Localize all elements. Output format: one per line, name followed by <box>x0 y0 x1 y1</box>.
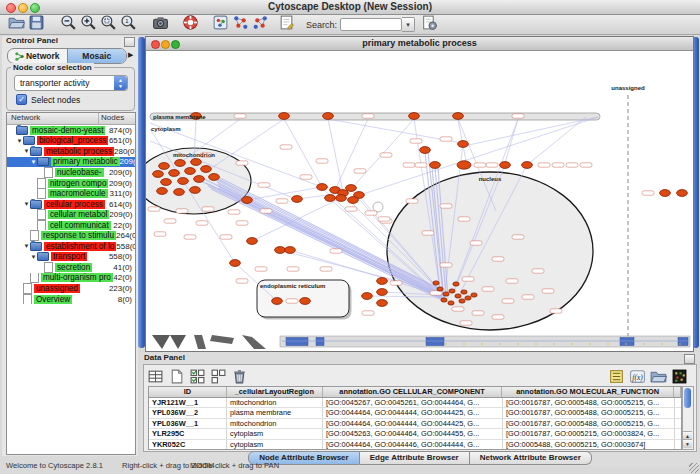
formula-builder-icon[interactable]: f(x) <box>629 368 646 385</box>
attribute-table-icon[interactable] <box>147 368 164 385</box>
tree-row[interactable]: secretion41(0) <box>7 262 135 273</box>
tree-row[interactable]: unassigned223(0) <box>7 283 135 294</box>
select-attributes-icon[interactable] <box>189 368 206 385</box>
annotation-icon[interactable] <box>278 14 295 31</box>
gene-node[interactable] <box>437 287 443 291</box>
gene-node[interactable] <box>420 147 431 154</box>
gene-node[interactable] <box>272 298 283 305</box>
titlebar[interactable]: Cytoscape Desktop (New Session) <box>0 0 700 15</box>
gene-node[interactable] <box>377 289 388 296</box>
table-scrollbar-thumb[interactable] <box>684 388 691 408</box>
gene-node[interactable] <box>409 113 420 120</box>
tab-overflow-arrow[interactable]: ▶ <box>128 51 133 59</box>
gene-node[interactable] <box>285 247 296 254</box>
gene-node[interactable] <box>159 163 170 170</box>
gene-node[interactable] <box>336 195 347 202</box>
gene-node[interactable] <box>185 168 196 175</box>
gene-node[interactable] <box>191 159 202 166</box>
gene-node[interactable] <box>325 195 336 202</box>
layout-b-icon[interactable] <box>252 14 269 31</box>
unselect-attributes-icon[interactable] <box>210 368 227 385</box>
gene-node[interactable] <box>377 300 388 307</box>
gene-node[interactable] <box>500 162 511 169</box>
tree-row[interactable]: ▼metabolic process280(0) <box>7 146 135 157</box>
save-session-icon[interactable] <box>28 14 45 31</box>
gene-node[interactable] <box>153 171 164 178</box>
left-scrollbar[interactable] <box>138 37 145 348</box>
gene-node[interactable] <box>201 166 212 173</box>
tree-row[interactable]: response to stimulu264(0) <box>7 230 135 241</box>
gene-node[interactable] <box>449 289 455 293</box>
gene-node[interactable] <box>522 162 533 169</box>
tab-mosaic[interactable]: Mosaic <box>67 49 127 63</box>
gene-node[interactable] <box>453 113 464 120</box>
gene-node[interactable] <box>471 293 477 297</box>
color-attribute-dropdown[interactable]: transporter activity ▲▼ <box>14 75 128 91</box>
gene-node[interactable] <box>175 160 186 167</box>
gene-node[interactable] <box>292 196 303 203</box>
gene-node[interactable] <box>348 197 359 204</box>
tree-row[interactable]: nucleobase-209(0) <box>7 167 135 178</box>
gene-node[interactable] <box>465 296 471 300</box>
plugin-manager-icon[interactable] <box>421 14 438 31</box>
column-header[interactable]: annotation.GO CELLULAR_COMPONENT <box>323 387 503 397</box>
gene-node[interactable] <box>161 179 172 186</box>
gene-node[interactable] <box>323 113 334 120</box>
gene-node[interactable] <box>461 290 467 294</box>
column-header[interactable]: annotation.GO MOLECULAR_FUNCTION <box>502 387 674 397</box>
gene-node[interactable] <box>430 162 441 169</box>
gene-node[interactable] <box>433 281 439 285</box>
zoom-in-icon[interactable] <box>80 14 97 31</box>
matrix-view-icon[interactable] <box>671 368 688 385</box>
search-dropdown-icon[interactable]: ▾ <box>402 17 415 32</box>
layout-a-icon[interactable] <box>232 14 249 31</box>
gene-node[interactable] <box>242 197 253 204</box>
gene-node[interactable] <box>346 185 357 192</box>
table-scrollbar[interactable]: ▲ ▼ <box>682 386 694 450</box>
gene-node[interactable] <box>453 282 459 286</box>
zoom-selected-icon[interactable] <box>100 14 117 31</box>
gene-node[interactable] <box>169 170 180 177</box>
gene-node[interactable] <box>660 190 671 197</box>
float-panel-icon[interactable] <box>124 37 135 47</box>
disclosure-triangle-icon[interactable]: ▼ <box>23 148 30 154</box>
gene-node[interactable] <box>455 294 461 298</box>
disclosure-triangle-icon[interactable]: ▼ <box>23 201 30 207</box>
tree-row[interactable]: ▼transport558(0) <box>7 252 135 263</box>
gene-node[interactable] <box>458 141 469 148</box>
gene-node[interactable] <box>457 161 471 169</box>
open-session-icon[interactable] <box>8 14 25 31</box>
gene-node[interactable] <box>377 278 388 285</box>
vizmapper-icon[interactable] <box>212 14 229 31</box>
table-row[interactable]: YPL036W__1mitochondrion[GO:0044464, GO:0… <box>149 419 681 429</box>
gene-node[interactable] <box>300 298 311 305</box>
column-header[interactable]: ID <box>149 387 227 397</box>
gene-node[interactable] <box>174 189 185 196</box>
tab-network[interactable]: Network <box>8 49 67 63</box>
table-row[interactable]: YLR295Ccytoplasm[GO:0045263, GO:0044464,… <box>149 429 681 439</box>
tree-row[interactable]: ▼primary metabolic209(... <box>7 157 135 168</box>
gene-node[interactable] <box>190 187 201 194</box>
resize-grip[interactable] <box>689 463 699 473</box>
select-nodes-checkbox[interactable]: ✓ <box>16 94 27 105</box>
gene-node[interactable] <box>448 301 454 305</box>
tree-row[interactable]: Overview8(0) <box>7 294 135 305</box>
gene-node[interactable] <box>247 238 258 245</box>
table-row[interactable]: YPL036W__2plasma membrane[GO:0044464, GO… <box>149 408 681 418</box>
gene-node[interactable] <box>194 176 205 183</box>
zoom-fit-icon[interactable]: 1 <box>120 14 137 31</box>
tree-row[interactable]: cell communicat22(0) <box>7 220 135 231</box>
gene-node[interactable] <box>209 174 220 181</box>
gene-node[interactable] <box>230 260 241 267</box>
gene-node[interactable] <box>178 178 189 185</box>
network-canvas[interactable]: plasma membranecytoplasmmitochondrionnuc… <box>146 51 693 351</box>
gene-node[interactable] <box>441 298 447 302</box>
table-row[interactable]: YJR121W__1mitochondrion[GO:0045267, GO:0… <box>149 398 681 408</box>
disclosure-triangle-icon[interactable]: ▼ <box>16 138 23 144</box>
tree-row[interactable]: mosaic-demo-yeast874(0) <box>7 125 135 136</box>
gene-node[interactable] <box>275 247 286 254</box>
tree-row[interactable]: ▼cellular process614(0) <box>7 199 135 210</box>
gene-node[interactable] <box>279 113 290 120</box>
import-attributes-icon[interactable] <box>608 368 625 385</box>
disclosure-triangle-icon[interactable]: ▼ <box>23 243 30 249</box>
